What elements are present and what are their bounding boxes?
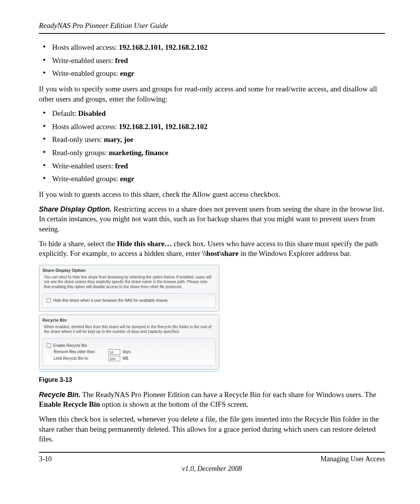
share-display-option-panel: Share Display Option You can elect to hi…: [39, 265, 219, 312]
paragraph: To hide a share, select the Hide this sh…: [39, 239, 385, 259]
list-item: Default: Disabled: [52, 108, 385, 119]
section-title: Managing User Access: [320, 455, 385, 463]
footer: 3-10 Managing User Access: [39, 452, 385, 463]
paragraph: Recycle Bin. The ReadyNAS Pro Pioneer Ed…: [39, 390, 385, 410]
list-item: Read-only groups: marketing, finance: [52, 148, 385, 158]
body-content: Hosts allowed access: 192.168.2.101, 192…: [39, 42, 385, 444]
list-item: Write-enabled users: fred: [52, 56, 385, 66]
panel-desc: When enabled, deleted files from this sh…: [39, 325, 219, 337]
list-1: Hosts allowed access: 192.168.2.101, 192…: [39, 42, 385, 79]
list-item: Read-only users: mary, joe: [52, 135, 385, 145]
unit-label: MB: [122, 356, 128, 361]
panel-title: Recycle Bin: [39, 315, 219, 325]
version-line: v1.0, December 2008: [39, 465, 385, 473]
list-item: Write-enabled groups: engr: [52, 174, 385, 184]
paragraph: If you wish to specify some users and gr…: [39, 84, 385, 104]
field-label: Limit Recycle Bin to:: [54, 356, 106, 361]
days-input[interactable]: 10: [108, 349, 120, 355]
paragraph: If you wish to guests access to this sha…: [39, 189, 385, 200]
list-2: Default: Disabled Hosts allowed access: …: [39, 108, 385, 184]
paragraph: Share Display Option. Restricting access…: [39, 204, 385, 234]
list-item: Write-enabled groups: engr: [52, 68, 385, 79]
enable-recycle-bin-checkbox[interactable]: [47, 343, 51, 348]
figure-screenshot: Share Display Option You can elect to hi…: [39, 265, 219, 372]
hide-share-checkbox[interactable]: [47, 298, 51, 303]
inline-heading: Share Display Option.: [39, 205, 112, 213]
inline-heading: Recycle Bin.: [39, 391, 80, 399]
checkbox-label: Hide this share when a user browses the …: [53, 298, 168, 303]
page-number: 3-10: [39, 455, 52, 463]
figure-caption: Figure 3-13: [39, 376, 385, 384]
paragraph: When this check box is selected, wheneve…: [39, 414, 385, 444]
field-label: Remove files older than:: [54, 349, 106, 355]
unit-label: days: [122, 349, 131, 355]
list-item: Hosts allowed access: 192.168.2.101, 192…: [52, 122, 385, 132]
recycle-bin-panel: Recycle Bin When enabled, deleted files …: [39, 315, 219, 369]
page-header: ReadyNAS Pro Pioneer Edition User Guide: [39, 21, 385, 34]
checkbox-label: Enable Recycle Bin: [53, 343, 87, 348]
list-item: Hosts allowed access: 192.168.2.101, 192…: [52, 42, 385, 52]
panel-title: Share Display Option: [39, 265, 219, 275]
list-item: Write-enabled users: fred: [52, 161, 385, 171]
mb-input[interactable]: 200: [108, 356, 120, 361]
panel-desc: You can elect to hide this share from br…: [39, 275, 219, 292]
